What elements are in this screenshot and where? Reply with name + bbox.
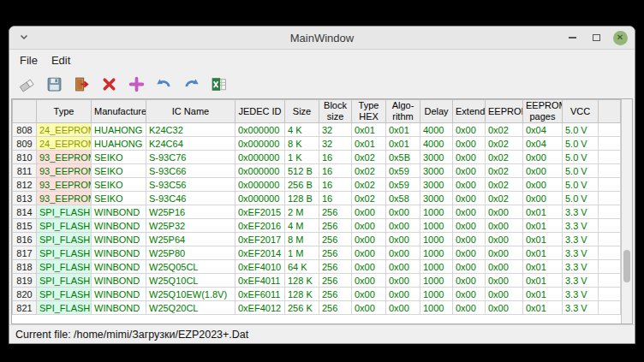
col-header-algorithm[interactable]: Algo- rithm bbox=[386, 100, 420, 123]
cell-block-size[interactable]: 256 bbox=[319, 288, 352, 301]
add-button[interactable] bbox=[126, 74, 147, 95]
cell-size[interactable]: 8 M bbox=[285, 233, 319, 246]
cell-algorithm[interactable]: 0x00 bbox=[386, 219, 420, 233]
cell-size[interactable]: 1 M bbox=[285, 246, 319, 260]
cell-type[interactable]: SPI_FLASH bbox=[37, 205, 92, 219]
table-row[interactable]: 80924_EEPROMHUAHONGK24C640x0000008 K320x… bbox=[13, 137, 621, 151]
cell-eeprom[interactable]: 0x02 bbox=[486, 178, 523, 192]
cell-algorithm[interactable]: 0x01 bbox=[386, 123, 420, 137]
cell-type[interactable]: SPI_FLASH bbox=[37, 233, 92, 246]
menu-file[interactable]: File bbox=[13, 52, 45, 68]
cell-vcc[interactable]: 3.3 V bbox=[563, 288, 599, 301]
row-number[interactable]: 808 bbox=[13, 123, 37, 137]
cell-block-size[interactable]: 256 bbox=[319, 219, 352, 233]
row-number[interactable]: 813 bbox=[13, 192, 37, 205]
cell-size[interactable]: 8 K bbox=[285, 137, 319, 151]
cell-ic-name[interactable]: S-93C76 bbox=[146, 151, 236, 164]
cell-size[interactable]: 2 M bbox=[285, 205, 319, 219]
cell-eeprom-pages[interactable]: 0x01 bbox=[523, 219, 563, 233]
row-number[interactable]: 819 bbox=[13, 274, 37, 288]
row-number[interactable]: 818 bbox=[13, 260, 37, 274]
cell-jedec-id[interactable]: 0xEF2016 bbox=[236, 219, 285, 233]
cell-vcc[interactable]: 3.3 V bbox=[563, 219, 599, 233]
cell-manufacture[interactable]: WINBOND bbox=[92, 288, 146, 301]
cell-type-hex[interactable]: 0x02 bbox=[352, 192, 386, 205]
cell-eeprom[interactable]: 0x00 bbox=[486, 301, 523, 315]
cell-type-hex[interactable]: 0x00 bbox=[352, 274, 386, 288]
exit-button[interactable] bbox=[71, 74, 92, 95]
cell-type-hex[interactable]: 0x02 bbox=[352, 178, 386, 192]
cell-vcc[interactable]: 5.0 V bbox=[563, 123, 599, 137]
table-row[interactable]: 816SPI_FLASHWINBONDW25P640xEF20178 M2560… bbox=[13, 233, 621, 246]
cell-jedec-id[interactable]: 0x000000 bbox=[236, 137, 285, 151]
cell-type[interactable]: SPI_FLASH bbox=[37, 219, 92, 233]
cell-type[interactable]: 93_EEPROM bbox=[37, 151, 92, 164]
cell-jedec-id[interactable]: 0x000000 bbox=[236, 178, 285, 192]
col-header-extend[interactable]: Extend bbox=[453, 100, 486, 123]
cell-manufacture[interactable]: HUAHONG bbox=[92, 137, 146, 151]
cell-eeprom-pages[interactable]: 0x01 bbox=[523, 260, 563, 274]
cell-eeprom[interactable]: 0x00 bbox=[486, 246, 523, 260]
cell-block-size[interactable]: 16 bbox=[319, 151, 352, 164]
cell-block-size[interactable]: 32 bbox=[319, 123, 352, 137]
cell-vcc[interactable]: 5.0 V bbox=[563, 178, 599, 192]
cell-block-size[interactable]: 256 bbox=[319, 260, 352, 274]
cell-vcc[interactable]: 5.0 V bbox=[563, 164, 599, 178]
cell-block-size[interactable]: 16 bbox=[319, 164, 352, 178]
cell-extend[interactable]: 0x00 bbox=[453, 219, 486, 233]
vertical-scrollbar[interactable] bbox=[621, 99, 632, 323]
cell-block-size[interactable]: 32 bbox=[319, 137, 352, 151]
cell-manufacture[interactable]: SEIKO bbox=[92, 164, 146, 178]
cell-ic-name[interactable]: W25P64 bbox=[146, 233, 236, 246]
cell-delay[interactable]: 1000 bbox=[420, 205, 453, 219]
cell-ic-name[interactable]: S-93C66 bbox=[146, 164, 236, 178]
cell-size[interactable]: 1 K bbox=[285, 151, 319, 164]
cell-jedec-id[interactable]: 0xEF4012 bbox=[236, 301, 285, 315]
cell-type[interactable]: SPI_FLASH bbox=[37, 274, 92, 288]
cell-extend[interactable]: 0x00 bbox=[453, 164, 486, 178]
row-number[interactable]: 820 bbox=[13, 288, 37, 301]
cell-eeprom-pages[interactable]: 0x00 bbox=[523, 178, 563, 192]
cell-jedec-id[interactable]: 0xEF2017 bbox=[236, 233, 285, 246]
cell-vcc[interactable]: 3.3 V bbox=[563, 233, 599, 246]
col-header-ic-name[interactable]: IC Name bbox=[146, 100, 236, 123]
col-header-eeprom[interactable]: EEPROM bbox=[486, 100, 523, 123]
cell-extend[interactable]: 0x00 bbox=[453, 260, 486, 274]
cell-delay[interactable]: 4000 bbox=[420, 137, 453, 151]
cell-manufacture[interactable]: SEIKO bbox=[92, 178, 146, 192]
cell-size[interactable]: 128 K bbox=[285, 274, 319, 288]
cell-delay[interactable]: 1000 bbox=[420, 219, 453, 233]
cell-type-hex[interactable]: 0x00 bbox=[352, 288, 386, 301]
cell-manufacture[interactable]: WINBOND bbox=[92, 219, 146, 233]
table-row[interactable]: 81193_EEPROMSEIKOS-93C660x000000512 B160… bbox=[13, 164, 621, 178]
cell-eeprom[interactable]: 0x00 bbox=[486, 233, 523, 246]
cell-eeprom[interactable]: 0x02 bbox=[486, 123, 523, 137]
cell-eeprom-pages[interactable]: 0x04 bbox=[523, 137, 563, 151]
cell-vcc[interactable]: 3.3 V bbox=[563, 246, 599, 260]
cell-size[interactable]: 4 K bbox=[285, 123, 319, 137]
cell-vcc[interactable]: 3.3 V bbox=[563, 205, 599, 219]
cell-type-hex[interactable]: 0x01 bbox=[352, 123, 386, 137]
table-row[interactable]: 815SPI_FLASHWINBONDW25P320xEF20164 M2560… bbox=[13, 219, 621, 233]
window-menu-button[interactable] bbox=[16, 30, 32, 45]
cell-type-hex[interactable]: 0x01 bbox=[352, 137, 386, 151]
table-row[interactable]: 81293_EEPROMSEIKOS-93C560x000000256 B160… bbox=[13, 178, 621, 192]
redo-button[interactable] bbox=[181, 74, 202, 95]
cell-jedec-id[interactable]: 0xEF2015 bbox=[236, 205, 285, 219]
menu-edit[interactable]: Edit bbox=[45, 52, 77, 68]
cell-type-hex[interactable]: 0x00 bbox=[352, 233, 386, 246]
cell-manufacture[interactable]: HUAHONG bbox=[92, 123, 146, 137]
cell-eeprom-pages[interactable]: 0x01 bbox=[523, 233, 563, 246]
cell-delay[interactable]: 3000 bbox=[420, 151, 453, 164]
table-row[interactable]: 81093_EEPROMSEIKOS-93C760x0000001 K160x0… bbox=[13, 151, 621, 164]
cell-extend[interactable]: 0x00 bbox=[453, 274, 486, 288]
cell-eeprom[interactable]: 0x00 bbox=[486, 219, 523, 233]
table-row[interactable]: 820SPI_FLASHWINBONDW25Q10EW(1.8V)0xEF601… bbox=[13, 288, 621, 301]
cell-eeprom-pages[interactable]: 0x01 bbox=[523, 205, 563, 219]
table-row[interactable]: 818SPI_FLASHWINBONDW25Q05CL0xEF401064 K2… bbox=[13, 260, 621, 274]
cell-jedec-id[interactable]: 0xEF2014 bbox=[236, 246, 285, 260]
cell-type[interactable]: 93_EEPROM bbox=[37, 178, 92, 192]
cell-manufacture[interactable]: WINBOND bbox=[92, 274, 146, 288]
cell-manufacture[interactable]: SEIKO bbox=[92, 192, 146, 205]
cell-ic-name[interactable]: W25Q10CL bbox=[146, 274, 236, 288]
